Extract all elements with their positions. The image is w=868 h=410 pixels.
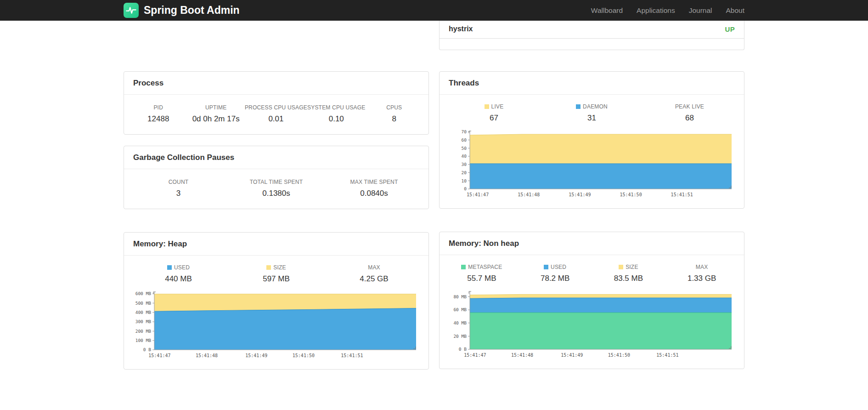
legend-value: 83.5 MB [592,274,665,283]
legend-label: LIVE [445,103,543,110]
legend-item-used: USED 78.2 MB [519,264,592,283]
legend-item-peak-live: PEAK LIVE 68 [641,103,738,123]
metric-value: 0.10 [307,114,366,124]
legend-value: 68 [641,114,738,123]
legend-item-used: USED 440 MB [130,264,227,284]
metric-value: 0.01 [245,114,307,124]
svg-text:0 B: 0 B [459,347,467,352]
live-series-swatch [485,104,489,109]
legend-value: 31 [543,114,641,123]
legend-label: SIZE [227,264,325,271]
legend-value: 597 MB [227,274,325,284]
gc-metrics: COUNT 3 TOTAL TIME SPENT 0.1380s MAX TIM… [124,169,428,209]
legend-value: 440 MB [130,274,227,284]
legend-item-live: LIVE 67 [445,103,543,123]
applications-panel: hystrix UP [439,21,744,50]
svg-text:400 MB: 400 MB [135,310,152,315]
legend-value: 4.25 GB [325,274,423,284]
legend-item-max: MAX 4.25 GB [325,264,423,284]
metric-label: CPUS [366,104,423,111]
svg-text:15:41:49: 15:41:49 [569,192,591,197]
process-panel: Process PID 12488 UPTIME 0d 0h 2m 17s PR… [124,71,429,135]
memory-heap-panel: Memory: Heap USED 440 MB SIZE 597 MB MAX… [124,232,429,370]
daemon-series-swatch [576,104,581,109]
svg-text:15:41:50: 15:41:50 [620,192,642,197]
metric-label: MAX TIME SPENT [325,179,423,185]
metric-cpus: CPUS 8 [366,104,423,124]
svg-text:15:41:49: 15:41:49 [245,353,267,358]
svg-text:100 MB: 100 MB [135,338,152,343]
svg-text:20 MB: 20 MB [453,334,467,339]
svg-text:15:41:47: 15:41:47 [148,353,170,358]
metric-label: TOTAL TIME SPENT [227,179,325,185]
svg-text:20: 20 [462,170,467,175]
svg-text:15:41:48: 15:41:48 [511,353,533,358]
metaspace-series-swatch [461,265,466,269]
size-series-swatch [266,265,271,270]
legend-value: 55.7 MB [445,274,519,283]
legend-label: MAX [325,264,423,271]
svg-text:0: 0 [464,186,467,191]
legend-label: USED [130,264,227,271]
heap-memory-chart: 0 B100 MB200 MB300 MB400 MB500 MB600 MB1… [124,285,428,369]
spring-boot-admin-logo-icon [124,3,139,18]
legend-item-max: MAX 1.33 GB [665,264,738,283]
threads-chart: 01020304050607015:41:4715:41:4815:41:491… [440,125,744,208]
svg-text:600 MB: 600 MB [135,291,152,296]
svg-text:15:41:51: 15:41:51 [671,192,693,197]
svg-text:300 MB: 300 MB [135,319,152,324]
application-row: hystrix UP [440,21,744,39]
svg-text:15:41:51: 15:41:51 [656,353,678,358]
svg-text:80 MB: 80 MB [453,294,467,299]
svg-text:15:41:50: 15:41:50 [608,353,630,358]
nav-item-wallboard[interactable]: Wallboard [591,6,623,15]
legend-label: DAEMON [543,103,641,110]
metric-gc-total-time: TOTAL TIME SPENT 0.1380s [227,179,325,198]
svg-text:60 MB: 60 MB [453,307,467,312]
legend-value: 1.33 GB [665,274,738,283]
legend-label: USED [519,264,592,270]
svg-text:0 B: 0 B [143,347,151,352]
memory-nonheap-panel: Memory: Non heap METASPACE 55.7 MB USED … [439,232,744,369]
heap-legend: USED 440 MB SIZE 597 MB MAX 4.25 GB [124,256,428,285]
nav-links: Wallboard Applications Journal About [591,6,744,15]
nav-item-applications[interactable]: Applications [637,6,675,15]
legend-item-size: SIZE 83.5 MB [592,264,665,283]
threads-panel-title: Threads [440,72,744,95]
application-status-badge: UP [725,25,735,33]
legend-value: 78.2 MB [519,274,592,283]
gc-panel: Garbage Collection Pauses COUNT 3 TOTAL … [124,146,429,209]
used-series-swatch [544,265,548,269]
legend-item-daemon: DAEMON 31 [543,103,641,123]
metric-pid: PID 12488 [130,104,187,124]
legend-label: SIZE [592,264,665,270]
brand-link[interactable]: Spring Boot Admin [124,3,240,18]
application-name-link[interactable]: hystrix [449,25,473,33]
legend-label: PEAK LIVE [641,103,738,110]
nav-item-journal[interactable]: Journal [689,6,712,15]
svg-text:15:41:47: 15:41:47 [467,192,489,197]
legend-value: 67 [445,114,543,123]
metric-value: 0d 0h 2m 17s [187,114,244,124]
svg-text:200 MB: 200 MB [135,329,152,334]
size-series-swatch [619,265,623,269]
nonheap-legend: METASPACE 55.7 MB USED 78.2 MB SIZE 83.5… [440,255,744,285]
nav-item-about[interactable]: About [726,6,744,15]
metric-process-cpu-usage: PROCESS CPU USAGE 0.01 [245,104,307,124]
svg-text:40: 40 [462,154,467,159]
legend-item-size: SIZE 597 MB [227,264,325,284]
metric-label: PID [130,104,187,111]
metric-value: 12488 [130,114,187,124]
svg-text:15:41:50: 15:41:50 [293,353,315,358]
used-series-swatch [167,265,172,270]
nonheap-memory-chart: 0 B20 MB40 MB60 MB80 MB15:41:4715:41:481… [440,285,744,369]
memory-nonheap-panel-title: Memory: Non heap [440,232,744,255]
threads-panel: Threads LIVE 67 DAEMON 31 PEAK LIVE 68 [439,71,744,209]
svg-text:15:41:47: 15:41:47 [464,353,486,358]
metric-gc-max-time: MAX TIME SPENT 0.0840s [325,179,423,198]
svg-text:50: 50 [462,146,467,151]
svg-text:500 MB: 500 MB [135,301,152,306]
metric-label: COUNT [130,179,227,185]
metric-value: 3 [130,189,227,198]
memory-heap-panel-title: Memory: Heap [124,233,428,256]
